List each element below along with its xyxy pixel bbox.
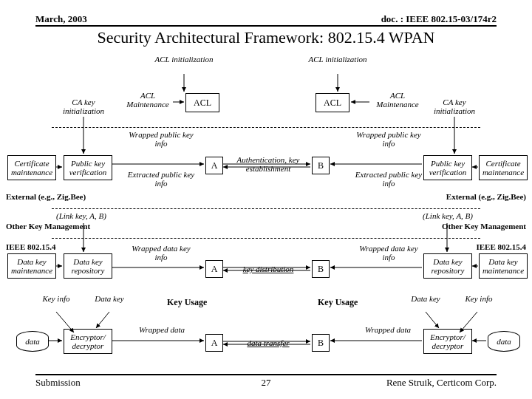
ca-key-init-right: CA key initialization: [427, 98, 482, 115]
node-a-2: A: [205, 260, 223, 278]
pub-verify-left-text: Public key verification: [64, 159, 112, 177]
dash-3: [52, 238, 480, 239]
page-title: Security Architectural Framework: 802.15…: [0, 28, 532, 47]
wrapped-pub-left: Wrapped public key info: [127, 130, 195, 148]
node-a-3: A: [205, 334, 223, 352]
footer-right: Rene Struik, Certicom Corp.: [386, 377, 497, 389]
node-a-1: A: [205, 157, 223, 174]
key-info-left: Key info: [41, 294, 71, 303]
external-left: External (e.g., Zig.Bee): [6, 192, 86, 201]
acl-box-left-text: ACL: [194, 98, 211, 109]
ca-key-init-left: CA key initialization: [56, 98, 111, 115]
acl-init-left-label: ACL initialization: [154, 55, 214, 64]
data-key-maint-left: Data key maintenance: [7, 253, 56, 279]
enc-dec-left: Encryptor/ decryptor: [64, 329, 112, 354]
footer-rule: [35, 374, 497, 375]
key-dist-label: key distribution: [231, 265, 306, 273]
node-b-3: B: [312, 334, 330, 352]
dash-1: [52, 127, 480, 128]
data-transfer-label: data transfer: [231, 338, 306, 347]
data-key-repo-left-text: Data key repository: [64, 257, 112, 275]
data-key-maint-right-text: Data key maintenance: [480, 257, 527, 275]
data-cylinder-right-text: data: [497, 337, 511, 346]
other-km-right: Other Key Management: [442, 222, 526, 231]
acl-box-left: ACL: [185, 93, 219, 112]
node-b-1-text: B: [318, 160, 324, 171]
data-key-right: Data key: [411, 294, 440, 303]
ieee-left: IEEE 802.15.4: [6, 242, 56, 251]
cert-maint-left-text: Certificate maintenance: [8, 159, 55, 177]
wrapped-data-key-right: Wrapped data key info: [355, 244, 423, 262]
header-date: March, 2003: [35, 13, 87, 25]
node-b-2-text: B: [318, 264, 324, 275]
link-key-right: (Link key, A, B): [423, 211, 473, 220]
header-doc: doc. : IEEE 802.15-03/174r2: [381, 13, 497, 25]
pub-verify-right: Public key verification: [423, 155, 472, 180]
cert-maint-left: Certificate maintenance: [7, 155, 56, 180]
ieee-right: IEEE 802.15.4: [476, 242, 526, 251]
wrapped-data-key-left: Wrapped data key info: [127, 244, 195, 262]
node-a-1-text: A: [211, 160, 218, 171]
enc-dec-right: Encryptor/ decryptor: [423, 329, 472, 354]
data-key-repo-left: Data key repository: [64, 253, 112, 279]
auth-label: Authentication, key establishment: [231, 155, 306, 173]
data-key-repo-right-text: Data key repository: [424, 257, 471, 275]
wrapped-data-left: Wrapped data: [129, 325, 195, 334]
data-key-repo-right: Data key repository: [423, 253, 472, 279]
data-cylinder-left: data: [16, 331, 49, 352]
acl-maint-right-label: ACL Maintenance: [372, 91, 423, 109]
cert-maint-right-text: Certificate maintenance: [480, 159, 527, 177]
data-key-left: Data key: [95, 294, 124, 303]
node-b-3-text: B: [318, 338, 324, 349]
wrapped-data-right: Wrapped data: [355, 325, 421, 334]
dash-2: [52, 208, 480, 209]
other-km-left: Other Key Management: [6, 222, 90, 231]
svg-line-23: [426, 312, 439, 328]
header-rule: [35, 25, 497, 27]
svg-line-21: [96, 312, 109, 328]
node-a-3-text: A: [211, 338, 218, 349]
key-usage-left: Key Usage: [167, 297, 207, 308]
extracted-pub-left: Extracted public key info: [127, 170, 195, 188]
acl-box-right: ACL: [316, 93, 349, 112]
acl-init-right-label: ACL initialization: [307, 55, 368, 64]
acl-maint-left-label: ACL Maintenance: [122, 91, 174, 109]
key-usage-right: Key Usage: [318, 297, 358, 308]
cert-maint-right: Certificate maintenance: [479, 155, 528, 180]
node-b-2: B: [312, 260, 330, 278]
acl-box-right-text: ACL: [324, 98, 341, 109]
pub-verify-right-text: Public key verification: [424, 159, 471, 177]
link-key-left: (Link key, A, B): [56, 211, 106, 220]
wrapped-pub-right: Wrapped public key info: [355, 130, 423, 148]
pub-verify-left: Public key verification: [64, 155, 112, 180]
node-b-1: B: [312, 157, 330, 174]
data-key-maint-right: Data key maintenance: [479, 253, 528, 279]
enc-dec-right-text: Encryptor/ decryptor: [424, 332, 471, 350]
data-cylinder-right: data: [488, 331, 520, 352]
data-key-maint-left-text: Data key maintenance: [8, 257, 55, 275]
extracted-pub-right: Extracted public key info: [355, 170, 423, 188]
key-info-right: Key info: [464, 294, 494, 303]
node-a-2-text: A: [211, 264, 218, 275]
external-right: External (e.g., Zig.Bee): [446, 192, 526, 201]
enc-dec-left-text: Encryptor/ decryptor: [64, 332, 112, 350]
data-cylinder-left-text: data: [25, 337, 40, 346]
